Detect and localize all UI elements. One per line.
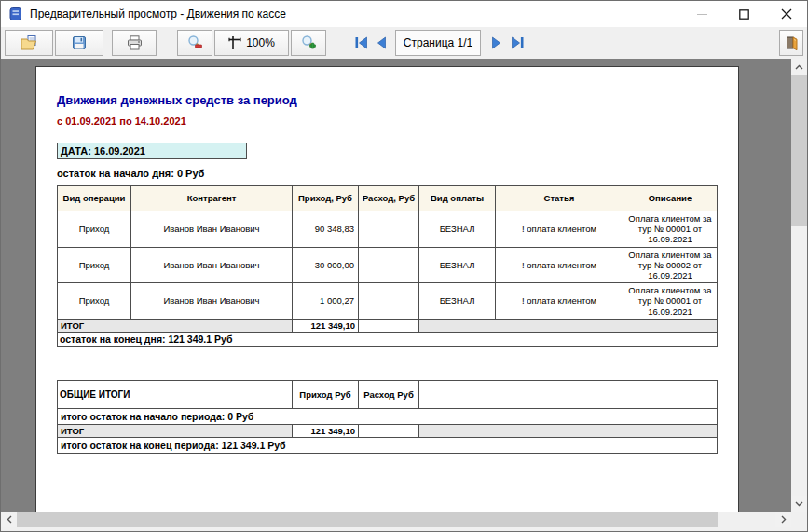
window-controls bbox=[681, 1, 807, 27]
summary-opening: итого остаток на начало периода: 0 Руб bbox=[58, 409, 718, 425]
open-button[interactable] bbox=[5, 30, 53, 56]
page-indicator[interactable]: Страница 1/1 bbox=[395, 30, 481, 56]
summary-total-label: ИТОГ bbox=[58, 425, 293, 438]
page-indicator-label: Страница 1/1 bbox=[404, 36, 472, 49]
summary-col-income: Приход Руб bbox=[293, 381, 359, 409]
col-header: Вид операции bbox=[58, 186, 131, 211]
preview-canvas: Движения денежных средств за период с 01… bbox=[1, 59, 791, 512]
vertical-scroll-thumb[interactable] bbox=[791, 75, 807, 226]
summary-table: ОБЩИЕ ИТОГИ Приход Руб Расход Руб итого … bbox=[57, 380, 718, 454]
vertical-scrollbar[interactable] bbox=[791, 59, 807, 512]
minimize-icon bbox=[697, 9, 707, 20]
table-cell bbox=[359, 211, 419, 248]
opening-balance: остаток на начало дня: 0 Руб bbox=[57, 168, 717, 179]
report-document-icon bbox=[8, 7, 23, 21]
preview-region: Движения денежных средств за период с 01… bbox=[1, 59, 807, 512]
summary-total-tail bbox=[419, 425, 718, 438]
save-button[interactable] bbox=[55, 30, 103, 56]
summary-header-row: ОБЩИЕ ИТОГИ Приход Руб Расход Руб bbox=[58, 381, 718, 409]
scroll-left-button[interactable] bbox=[1, 512, 17, 527]
table-cell: БЕЗНАЛ bbox=[419, 211, 496, 248]
zoom-out-icon bbox=[186, 34, 203, 51]
vertical-scroll-track[interactable] bbox=[791, 75, 807, 496]
col-header: Расход, Руб bbox=[359, 186, 419, 211]
scroll-down-button[interactable] bbox=[791, 496, 807, 512]
table-cell bbox=[359, 283, 419, 320]
summary-total-income: 121 349,10 bbox=[293, 425, 359, 438]
table-cell: БЕЗНАЛ bbox=[419, 283, 496, 320]
horizontal-scroll-track[interactable] bbox=[17, 512, 775, 527]
horizontal-scrollbar[interactable] bbox=[1, 512, 791, 527]
report-period: с 01.09.2021 по 14.10.2021 bbox=[57, 116, 717, 127]
col-header: Приход, Руб bbox=[293, 186, 359, 211]
scale-icon bbox=[228, 35, 241, 50]
save-icon bbox=[71, 34, 88, 51]
table-cell: ! оплата клиентом bbox=[496, 283, 623, 320]
next-page-button[interactable] bbox=[486, 30, 507, 56]
table-cell: Иванов Иван Иванович bbox=[131, 211, 293, 248]
chevron-down-icon bbox=[795, 501, 803, 507]
zoom-level-control[interactable]: 100% bbox=[214, 30, 289, 56]
zoom-in-icon bbox=[300, 34, 317, 51]
table-cell: Оплата клиентом за тур № 00001 от 16.09.… bbox=[623, 211, 718, 248]
date-box: ДАТА: 16.09.2021 bbox=[57, 143, 247, 159]
total-tail bbox=[419, 319, 718, 332]
chevron-left-icon bbox=[7, 515, 12, 524]
open-icon bbox=[20, 34, 38, 51]
movements-table: Вид операции Контрагент Приход, Руб Расх… bbox=[57, 185, 718, 347]
last-page-button[interactable] bbox=[507, 30, 527, 56]
summary-header-blank bbox=[419, 381, 718, 409]
scrollbar-corner bbox=[791, 512, 807, 527]
report-title: Движения денежных средств за период bbox=[57, 93, 717, 107]
report-content: Движения денежных средств за период с 01… bbox=[57, 93, 717, 454]
print-button[interactable] bbox=[112, 30, 157, 56]
report-page: Движения денежных средств за период с 01… bbox=[35, 66, 739, 512]
summary-col-expense: Расход Руб bbox=[359, 381, 419, 409]
prev-page-icon bbox=[376, 36, 387, 49]
summary-title: ОБЩИЕ ИТОГИ bbox=[58, 381, 293, 409]
prev-page-button[interactable] bbox=[371, 30, 391, 56]
book-button[interactable] bbox=[779, 30, 803, 56]
table-cell: 1 000,27 bbox=[293, 283, 359, 320]
closing-balance: остаток на конец дня: 121 349.1 Руб bbox=[58, 333, 718, 347]
table-cell: 90 348,83 bbox=[293, 211, 359, 248]
table-cell: Приход bbox=[58, 211, 131, 248]
minimize-button[interactable] bbox=[681, 1, 723, 27]
window-bottom-edge bbox=[1, 527, 807, 531]
table-cell: 30 000,00 bbox=[293, 247, 359, 283]
table-row: ПриходИванов Иван Иванович1 000,27БЕЗНАЛ… bbox=[58, 283, 718, 320]
table-cell: Приход bbox=[58, 247, 131, 283]
table-cell: Приход bbox=[58, 283, 131, 320]
table-row: ПриходИванов Иван Иванович30 000,00БЕЗНА… bbox=[58, 247, 718, 283]
movements-table-header: Вид операции Контрагент Приход, Руб Расх… bbox=[58, 186, 718, 211]
book-icon bbox=[784, 34, 800, 51]
table-cell: Иванов Иван Иванович bbox=[131, 283, 293, 320]
zoom-in-button[interactable] bbox=[291, 30, 326, 56]
horizontal-scrollbar-row bbox=[1, 512, 807, 527]
maximize-button[interactable] bbox=[723, 1, 765, 27]
movements-table-body: ПриходИванов Иван Иванович90 348,83БЕЗНА… bbox=[58, 211, 718, 320]
summary-total-row: ИТОГ 121 349,10 bbox=[58, 425, 718, 438]
scroll-up-button[interactable] bbox=[791, 59, 807, 75]
summary-opening-row: итого остаток на начало периода: 0 Руб bbox=[58, 409, 718, 425]
first-page-button[interactable] bbox=[350, 30, 371, 56]
maximize-icon bbox=[739, 9, 749, 20]
table-cell: Оплата клиентом за тур № 00001 от 16.09.… bbox=[623, 283, 718, 320]
next-page-icon bbox=[491, 36, 502, 49]
horizontal-scroll-thumb[interactable] bbox=[17, 512, 718, 527]
total-expense bbox=[359, 319, 419, 332]
total-row: ИТОГ 121 349,10 bbox=[58, 319, 718, 332]
zoom-level-value: 100% bbox=[246, 36, 275, 49]
scroll-right-button[interactable] bbox=[775, 512, 791, 527]
table-cell: ! оплата клиентом bbox=[496, 211, 623, 248]
preview-window: Предварительный просмотр - Движения по к… bbox=[0, 0, 808, 532]
window-title: Предварительный просмотр - Движения по к… bbox=[30, 7, 681, 20]
table-row: ПриходИванов Иван Иванович90 348,83БЕЗНА… bbox=[58, 211, 718, 248]
summary-closing-row: итого остаток на конец периода: 121 349.… bbox=[58, 438, 718, 454]
zoom-out-button[interactable] bbox=[177, 30, 212, 56]
total-income: 121 349,10 bbox=[293, 319, 359, 332]
last-page-icon bbox=[511, 36, 525, 49]
close-button[interactable] bbox=[765, 1, 807, 27]
summary-total-expense bbox=[359, 425, 419, 438]
movements-table-footer: ИТОГ 121 349,10 остаток на конец дня: 12… bbox=[58, 319, 718, 347]
